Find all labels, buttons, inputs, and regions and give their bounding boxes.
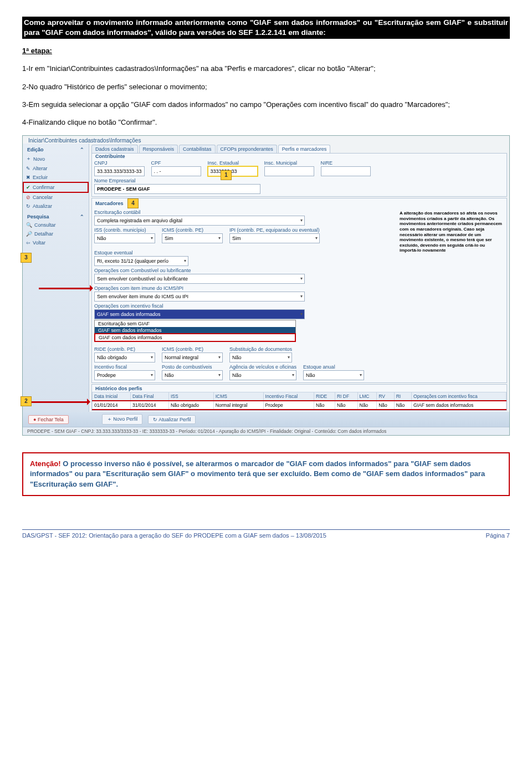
app-footer: ● Fechar Tela ＋ Novo Perfil ↻ Atualizar … (23, 412, 509, 427)
sidebar-section-pesquisa[interactable]: Pesquisa⌃ (24, 213, 88, 221)
lbl-icms: ICMS (contrib. PE) (162, 227, 223, 233)
sel-icms2[interactable]: Normal integral (162, 353, 223, 362)
frame-marcadores-title: Marcadores (95, 201, 124, 206)
step-1: 1-Ir em "Iniciar\Contribuintes cadastrad… (22, 64, 510, 74)
lbl-cpf: CPF (151, 160, 201, 166)
red-arrow-icon (39, 288, 92, 289)
callout-1: 1 (221, 170, 232, 180)
attention-head: Atenção! (30, 459, 61, 468)
red-arrow-icon (32, 401, 89, 403)
lbl-ie: Insc. Estadual (208, 160, 258, 166)
historico-table: Data Inicial Data Final ISS ICMS Incenti… (92, 392, 507, 410)
lbl-sub: Substituição de documentos (229, 346, 292, 352)
tab-contabilistas[interactable]: Contabilistas (179, 145, 216, 153)
sidebar-cancelar[interactable]: ⊘Cancelar (24, 193, 88, 202)
inp-ie[interactable]: 3333333-33 (208, 166, 258, 176)
lbl-if: Incentivo fiscal (94, 364, 155, 370)
sel-escrituracao[interactable]: Completa registrada em arquivo digital (94, 216, 305, 226)
frame-contribuinte-title: Contribuinte (95, 154, 504, 159)
footer-left: DAS/GPST - SEF 2012: Orientação para a g… (22, 532, 326, 539)
sidebar-alterar[interactable]: ✎Alterar (24, 164, 88, 173)
table-row[interactable]: 01/01/201431/01/2014Não obrigado Normal … (93, 401, 507, 410)
sel-icms[interactable]: Sim (162, 233, 223, 243)
lbl-combustivel: Operações com Combustível ou lubrificant… (94, 268, 305, 273)
frame-historico: Histórico dos perfis Data Inicial Data F… (91, 384, 507, 411)
frame-marcadores: Marcadores 4 A alteração dos marcadores … (91, 198, 507, 383)
lbl-agv: Agência de veículos e oficinas (229, 364, 296, 370)
footer-right: Página 7 (486, 532, 510, 539)
sidebar-confirmar[interactable]: ✔Confirmar (23, 182, 89, 193)
marcadores-info-text: A alteração dos marcadores só afeta os n… (396, 210, 504, 254)
callout-4: 4 (127, 198, 139, 208)
sidebar-detalhar[interactable]: 🔎Detalhar (24, 229, 88, 238)
callout-3: 3 (21, 253, 32, 263)
sidebar-section-edicao[interactable]: Edição⌃ (24, 146, 88, 154)
step-2: 2-No quadro "Histórico de perfis" seleci… (22, 82, 510, 92)
close-button[interactable]: ● Fechar Tela (28, 415, 69, 424)
sidebar: Edição⌃ ＋Novo ✎Alterar ✖Excluir ✔Confirm… (23, 144, 89, 412)
inp-im[interactable] (264, 166, 314, 176)
inp-nome[interactable]: PRODEPE - SEM GIAF (94, 184, 260, 194)
sel-combustivel[interactable]: Sem envolver combustível ou lubrificante (94, 274, 305, 284)
table-header: Data Inicial Data Final ISS ICMS Incenti… (93, 392, 507, 401)
lbl-ipi: IPI (contrib. PE, equiparado ou eventual… (229, 227, 320, 233)
lbl-incfiscal: Operações com incentivo fiscal (94, 303, 305, 309)
status-bar: PRODEPE - SEM GIAF - CNPJ: 33.333.333/33… (23, 427, 509, 435)
attention-box: Atenção! O processo inverso não é possív… (22, 452, 510, 496)
tab-responsaveis[interactable]: Responsáveis (139, 145, 178, 153)
lbl-iss: ISS (contrib. município) (94, 227, 155, 233)
sel-posto[interactable]: Não (162, 370, 223, 380)
historico-title: Histórico dos perfis (92, 385, 507, 392)
inp-nire[interactable] (321, 166, 371, 176)
detail-icon: 🔎 (26, 231, 32, 237)
novo-perfil-button[interactable]: ＋ Novo Perfil (102, 414, 143, 425)
combo-giaf-com-dados[interactable]: GIAF com dados informados (94, 333, 296, 342)
lbl-escrituracao: Escrituração contábil (94, 210, 305, 215)
sel-if[interactable]: Prodepe (94, 370, 155, 380)
sidebar-novo[interactable]: ＋Novo (24, 154, 88, 164)
x-icon: ✖ (26, 175, 30, 180)
refresh-icon: ↻ (153, 417, 157, 422)
sel-ride[interactable]: Não obrigado (94, 353, 155, 362)
tab-dados[interactable]: Dados cadastrais (91, 145, 138, 153)
check-icon: ✔ (26, 185, 30, 190)
sidebar-atualizar[interactable]: ↻Atualizar (24, 202, 88, 211)
sidebar-consultar[interactable]: 🔍Consultar (24, 221, 88, 229)
step-heading: 1ª etapa: (22, 47, 510, 55)
app-screenshot: Iniciar\Contribuintes cadastrados\Inform… (22, 135, 510, 436)
lbl-nome: Nome Empresarial (94, 178, 260, 183)
pencil-icon: ✎ (26, 166, 30, 171)
tab-cfops[interactable]: CFOPs preponderantes (217, 145, 277, 153)
sel-imune[interactable]: Sem envolver item imune do ICMS ou IPI (94, 292, 305, 302)
combo-escrituracao-sem-giaf[interactable]: Escrituração sem GIAF (95, 320, 295, 327)
sel-sub[interactable]: Não (229, 353, 292, 362)
lbl-cnpj: CNPJ (94, 160, 145, 166)
cancel-icon: ⊘ (26, 195, 30, 200)
tabstrip: Dados cadastrais Responsáveis Contabilis… (89, 144, 509, 153)
sel-estoque[interactable]: RI, exceto 31/12 (qualquer perío (94, 256, 188, 266)
how-to-title: Como aproveitar o movimento informado an… (22, 17, 510, 39)
main-panel: Dados cadastrais Responsáveis Contabilis… (89, 144, 509, 412)
back-arrow-icon: ⇦ (26, 240, 30, 246)
sel-estanual[interactable]: Não (303, 370, 364, 380)
sel-ipi[interactable]: Sim (229, 233, 320, 243)
step-3: 3-Em seguida selecionar a opção "GIAF co… (22, 100, 510, 110)
sel-incfiscal[interactable]: GIAF sem dados informados (94, 309, 305, 319)
inp-cnpj[interactable]: 33.333.333/3333-33 (94, 166, 145, 176)
lbl-estoque: Estoque eventual (94, 250, 188, 256)
sidebar-excluir[interactable]: ✖Excluir (24, 173, 88, 182)
lbl-nire: NIRE (321, 160, 371, 166)
lbl-ride: RIDE (contrib. PE) (94, 346, 155, 352)
frame-contribuinte: Contribuinte CNPJ33.333.333/3333-33 CPF.… (91, 153, 507, 197)
atualizar-perfil-button[interactable]: ↻ Atualizar Perfil (148, 415, 196, 424)
sel-iss[interactable]: Não (94, 233, 155, 243)
plus-icon: ＋ (107, 416, 112, 422)
tab-perfis[interactable]: Perfis e marcadores (278, 145, 331, 153)
close-icon: ● (33, 417, 36, 422)
inp-cpf[interactable]: . . - (151, 166, 201, 176)
sel-agv[interactable]: Não (229, 370, 296, 380)
attention-body: O processo inverso não é possível, se al… (30, 459, 485, 488)
sidebar-voltar[interactable]: ⇦Voltar (24, 238, 88, 247)
page-footer: DAS/GPST - SEF 2012: Orientação para a g… (22, 529, 510, 550)
breadcrumb: Iniciar\Contribuintes cadastrados\Inform… (23, 136, 509, 144)
